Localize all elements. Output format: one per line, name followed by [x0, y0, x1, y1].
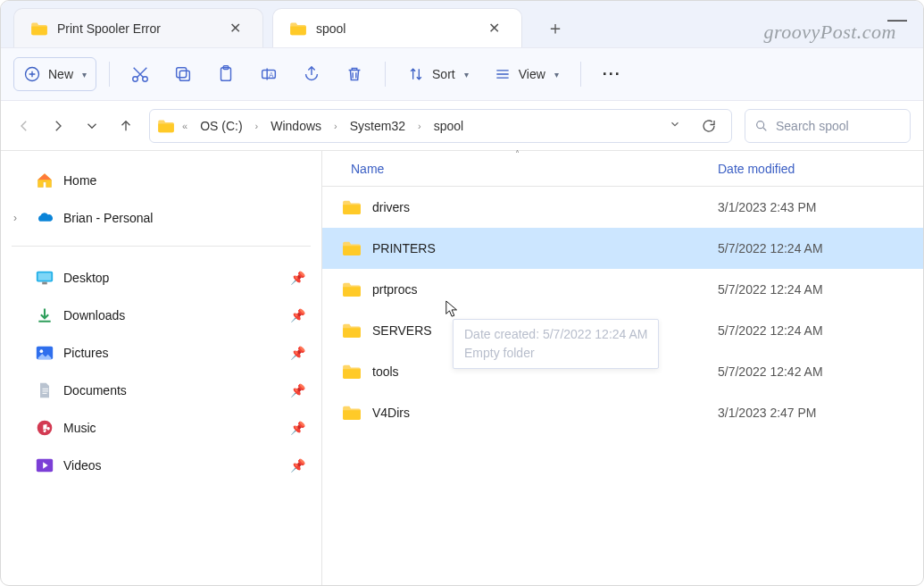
svg-point-14	[40, 349, 44, 353]
tab-inactive[interactable]: Print Spooler Error ✕	[13, 8, 263, 47]
rename-icon: A	[259, 64, 279, 84]
explorer-window: Print Spooler Error ✕ spool ✕ ＋ — groovy…	[0, 0, 924, 586]
sort-indicator-icon: ˄	[515, 149, 520, 159]
chevron-down-icon: ▾	[82, 70, 87, 80]
svg-rect-11	[38, 273, 52, 280]
sidebar-item-pictures[interactable]: Pictures 📌	[8, 334, 314, 372]
sidebar-item-onedrive[interactable]: › Brian - Personal	[8, 199, 314, 237]
pin-icon[interactable]: 📌	[290, 458, 305, 473]
breadcrumb-seg[interactable]: OS (C:)	[195, 115, 247, 137]
close-icon[interactable]: ✕	[483, 16, 505, 40]
svg-rect-3	[179, 71, 189, 80]
svg-text:A: A	[269, 71, 274, 80]
file-row[interactable]: V4Dirs3/1/2023 2:47 PM	[322, 392, 923, 433]
chevron-down-icon: ▾	[464, 70, 469, 80]
sidebar-item-label: Desktop	[63, 271, 109, 285]
toolbar: New ▾ A Sort ▾ View ▾ ···	[1, 47, 923, 101]
address-bar[interactable]: « OS (C:) › Windows › System32 › spool	[149, 109, 732, 143]
sidebar-item-music[interactable]: Music 📌	[8, 409, 314, 447]
paste-button[interactable]	[208, 57, 244, 91]
more-button[interactable]: ···	[594, 57, 630, 91]
file-row[interactable]: drivers3/1/2023 2:43 PM	[322, 187, 923, 228]
file-date: 5/7/2022 12:24 AM	[718, 282, 823, 297]
file-date: 5/7/2022 12:24 AM	[718, 323, 823, 338]
file-date: 5/7/2022 12:42 AM	[718, 364, 823, 379]
folder-icon	[342, 240, 362, 256]
forward-button[interactable]	[47, 115, 69, 137]
new-tab-button[interactable]: ＋	[538, 11, 572, 45]
refresh-button[interactable]	[694, 118, 724, 134]
trash-icon	[345, 64, 364, 84]
documents-icon	[35, 381, 54, 399]
folder-icon	[342, 199, 362, 215]
sort-icon	[407, 65, 425, 83]
file-row[interactable]: prtprocs5/7/2022 12:24 AM	[322, 269, 923, 310]
pictures-icon	[35, 344, 54, 362]
music-icon	[35, 419, 54, 437]
sort-button[interactable]: Sort ▾	[398, 57, 478, 91]
tab-active[interactable]: spool ✕	[272, 8, 522, 47]
pin-icon[interactable]: 📌	[290, 308, 305, 322]
copy-button[interactable]	[165, 57, 201, 91]
breadcrumb-seg[interactable]: Windows	[265, 115, 327, 137]
cut-button[interactable]	[122, 57, 158, 91]
copy-icon	[173, 64, 193, 84]
breadcrumb-seg[interactable]: System32	[345, 115, 411, 137]
tab-title: spool	[316, 21, 474, 36]
tabs-row: Print Spooler Error ✕ spool ✕ ＋ — groovy…	[1, 1, 923, 47]
sidebar-item-documents[interactable]: Documents 📌	[8, 372, 314, 409]
up-button[interactable]	[115, 115, 137, 137]
chevron-right-icon: ›	[254, 121, 261, 131]
column-header-date[interactable]: Date modified	[718, 162, 795, 176]
view-icon	[494, 65, 512, 83]
column-headers: ˄ Name Date modified	[322, 151, 923, 187]
plus-circle-icon	[23, 65, 41, 83]
file-date: 3/1/2023 2:47 PM	[718, 406, 817, 420]
scissors-icon	[130, 64, 150, 84]
file-row[interactable]: PRINTERS5/7/2022 12:24 AM	[322, 228, 923, 269]
view-button[interactable]: View ▾	[485, 57, 568, 91]
search-placeholder: Search spool	[776, 119, 849, 133]
new-button[interactable]: New ▾	[13, 57, 96, 91]
sidebar-item-label: Videos	[63, 458, 102, 473]
pin-icon[interactable]: 📌	[290, 383, 305, 398]
search-input[interactable]: Search spool	[745, 109, 911, 143]
chevron-right-icon: ›	[416, 121, 423, 131]
file-name: PRINTERS	[372, 241, 436, 255]
column-header-name[interactable]: Name	[351, 162, 384, 176]
svg-rect-12	[42, 282, 47, 285]
sidebar-item-label: Pictures	[63, 346, 109, 360]
sidebar-item-videos[interactable]: Videos 📌	[8, 447, 314, 484]
cursor-icon	[445, 299, 461, 322]
clipboard-icon	[216, 64, 236, 84]
breadcrumb-seg[interactable]: spool	[429, 115, 469, 137]
pin-icon[interactable]: 📌	[290, 346, 305, 360]
share-icon	[302, 64, 321, 84]
sidebar-item-home[interactable]: Home	[8, 162, 314, 199]
share-button[interactable]	[294, 57, 329, 91]
sidebar-item-label: Downloads	[63, 308, 125, 322]
folder-icon	[342, 364, 362, 380]
folder-icon	[157, 119, 175, 133]
close-icon[interactable]: ✕	[224, 16, 246, 40]
chevron-left-icon[interactable]: «	[180, 121, 189, 131]
svg-point-9	[757, 121, 764, 128]
history-dropdown[interactable]	[662, 118, 688, 133]
recent-button[interactable]	[81, 115, 103, 137]
sidebar-item-desktop[interactable]: Desktop 📌	[8, 259, 314, 297]
file-name: tools	[372, 364, 399, 379]
expand-icon[interactable]: ›	[13, 212, 17, 224]
back-button[interactable]	[13, 115, 35, 137]
rename-button[interactable]: A	[251, 57, 287, 91]
sidebar-item-label: Documents	[63, 383, 127, 398]
nav-row: « OS (C:) › Windows › System32 › spool S…	[1, 101, 923, 151]
search-icon	[754, 119, 769, 133]
delete-button[interactable]	[337, 57, 372, 91]
pin-icon[interactable]: 📌	[290, 271, 305, 285]
file-date: 5/7/2022 12:24 AM	[718, 241, 823, 255]
tab-title: Print Spooler Error	[57, 21, 215, 36]
folder-icon	[342, 405, 362, 421]
sidebar-item-downloads[interactable]: Downloads 📌	[8, 297, 314, 334]
folder-icon	[30, 21, 48, 36]
pin-icon[interactable]: 📌	[290, 421, 305, 435]
